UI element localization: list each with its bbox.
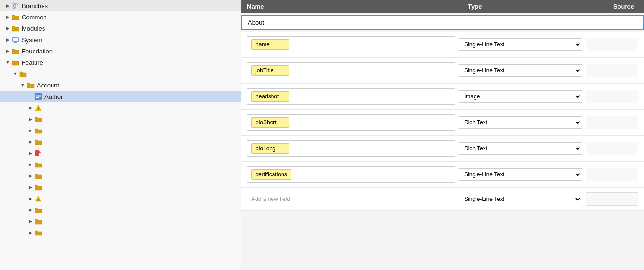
tree-toggle-icon: ▶ — [26, 195, 34, 202]
tree-node-icon — [34, 217, 43, 226]
tree-toggle-icon: ▼ — [4, 59, 11, 66]
tree-item-label: Modules — [22, 25, 45, 32]
tree-node-icon — [34, 92, 43, 101]
field-name-container: certifications — [247, 166, 455, 183]
sidebar-item-sub1[interactable]: ▶! — [0, 102, 241, 113]
about-row — [241, 15, 644, 30]
tree-toggle-icon: ▶ — [4, 13, 11, 21]
field-name-badge[interactable]: headshot — [251, 91, 289, 102]
tree-node-icon: ! — [34, 194, 43, 203]
tree-toggle-icon: ▼ — [19, 81, 26, 89]
tree-node-icon — [34, 115, 43, 123]
tree-node-icon — [34, 206, 43, 214]
tree-node-icon — [11, 35, 20, 44]
field-name-container: jobTitle — [247, 62, 455, 78]
field-name-badge[interactable]: bioLong — [251, 143, 289, 154]
field-type-select[interactable]: Single-Line TextMulti-Line TextRich Text… — [459, 64, 582, 77]
sidebar-item-sub5[interactable]: ▶ — [0, 148, 241, 159]
tree-node-icon — [34, 126, 43, 135]
sidebar-item-sub12[interactable]: ▶ — [0, 227, 241, 238]
field-type-select[interactable]: Single-Line TextMulti-Line TextRich Text… — [459, 116, 582, 129]
field-type-select[interactable]: Single-Line TextMulti-Line TextRich Text… — [459, 38, 582, 51]
sidebar-item-sub2[interactable]: ▶ — [0, 113, 241, 125]
tree-node-icon — [34, 138, 43, 146]
table-row: bioShortSingle-Line TextMulti-Line TextR… — [241, 110, 644, 136]
sidebar-item-branches[interactable]: ▶Branches — [0, 0, 241, 11]
field-source — [586, 64, 638, 77]
field-source — [586, 90, 638, 103]
tree-item-label: Feature — [22, 59, 43, 66]
table-header: Name Type Source — [241, 0, 644, 13]
add-field-name[interactable]: Add a new field — [247, 193, 455, 205]
tree-node-icon — [34, 172, 43, 180]
svg-point-1 — [17, 3, 18, 5]
svg-rect-7 — [13, 37, 18, 42]
field-source — [586, 168, 638, 181]
sidebar-item-sub6[interactable]: ▶ — [0, 159, 241, 170]
field-type-select[interactable]: Single-Line TextMulti-Line TextRich Text… — [459, 142, 582, 155]
sidebar-item-feature-sub[interactable]: ▼ — [0, 68, 241, 79]
field-type-select[interactable]: Single-Line TextMulti-Line TextRich Text… — [459, 90, 582, 103]
sidebar-item-sub8[interactable]: ▶ — [0, 182, 241, 193]
tree-node-icon — [34, 183, 43, 192]
tree-toggle-icon: ▶ — [4, 36, 11, 44]
tree-node-icon — [26, 81, 35, 89]
sidebar: ▶Branches▶Common▶Modules▶System▶Foundati… — [0, 0, 241, 270]
field-source — [586, 142, 638, 155]
table-row: nameSingle-Line TextMulti-Line TextRich … — [241, 32, 644, 58]
header-name: Name — [247, 3, 460, 10]
tree-node-icon — [11, 13, 20, 21]
about-input[interactable] — [248, 19, 637, 26]
tree-node-icon — [34, 228, 43, 237]
sidebar-item-common[interactable]: ▶Common — [0, 11, 241, 23]
field-name-badge[interactable]: jobTitle — [251, 65, 289, 76]
tree-node-icon — [11, 24, 20, 33]
sidebar-item-modules[interactable]: ▶Modules — [0, 23, 241, 34]
field-source — [586, 38, 638, 51]
sidebar-item-sub9[interactable]: ▶! — [0, 193, 241, 204]
tree-item-label: Common — [22, 14, 47, 21]
tree-toggle-icon: ▶ — [26, 183, 34, 191]
field-type-select[interactable]: Single-Line TextMulti-Line TextRich Text… — [459, 168, 582, 181]
tree-node-icon — [11, 58, 20, 67]
svg-text:!: ! — [38, 107, 40, 111]
header-source: Source — [613, 3, 638, 10]
svg-rect-12 — [36, 96, 41, 97]
sidebar-item-foundation[interactable]: ▶Foundation — [0, 45, 241, 57]
sidebar-item-sub7[interactable]: ▶ — [0, 170, 241, 182]
sidebar-item-account[interactable]: ▼Account — [0, 79, 241, 91]
field-name-badge[interactable]: bioShort — [251, 117, 289, 128]
tree-node-icon — [11, 1, 20, 10]
tree-toggle-icon: ▶ — [26, 115, 34, 123]
tree-toggle-icon: ▶ — [4, 47, 11, 55]
divider-2 — [609, 3, 609, 10]
tree-node-icon — [34, 160, 43, 169]
tree-toggle-icon: ▼ — [11, 70, 19, 78]
tree-toggle-icon: ▶ — [26, 172, 34, 180]
sidebar-item-author[interactable]: Author — [0, 91, 241, 102]
tree-toggle-icon: ▶ — [26, 127, 34, 134]
tree-toggle-icon: ▶ — [26, 206, 34, 214]
add-field-type-select[interactable]: Single-Line TextMulti-Line TextRich Text… — [459, 193, 582, 205]
svg-marker-16 — [39, 151, 41, 153]
sidebar-item-system[interactable]: ▶System — [0, 34, 241, 45]
sidebar-item-sub10[interactable]: ▶ — [0, 204, 241, 216]
main-panel: Name Type Source nameSingle-Line TextMul… — [241, 0, 644, 270]
field-name-badge[interactable]: name — [251, 39, 289, 50]
svg-text:!: ! — [38, 198, 40, 202]
tree-toggle-icon: ▶ — [26, 149, 34, 157]
add-field-row: Add a new field Single-Line TextMulti-Li… — [241, 188, 644, 211]
tree-toggle-icon — [26, 93, 34, 100]
tree-toggle-icon: ▶ — [26, 161, 34, 168]
sidebar-item-feature[interactable]: ▼Feature — [0, 57, 241, 68]
field-name-badge[interactable]: certifications — [251, 169, 291, 180]
field-name-container: headshot — [247, 88, 455, 105]
tree-toggle-icon: ▶ — [4, 2, 11, 9]
sidebar-item-sub3[interactable]: ▶ — [0, 125, 241, 136]
sidebar-item-sub4[interactable]: ▶ — [0, 136, 241, 148]
tree-toggle-icon: ▶ — [26, 229, 34, 236]
field-name-container: bioLong — [247, 140, 455, 157]
tree-item-label: Account — [37, 82, 59, 89]
sidebar-item-sub11[interactable]: ▶ — [0, 216, 241, 227]
svg-rect-13 — [36, 97, 39, 98]
